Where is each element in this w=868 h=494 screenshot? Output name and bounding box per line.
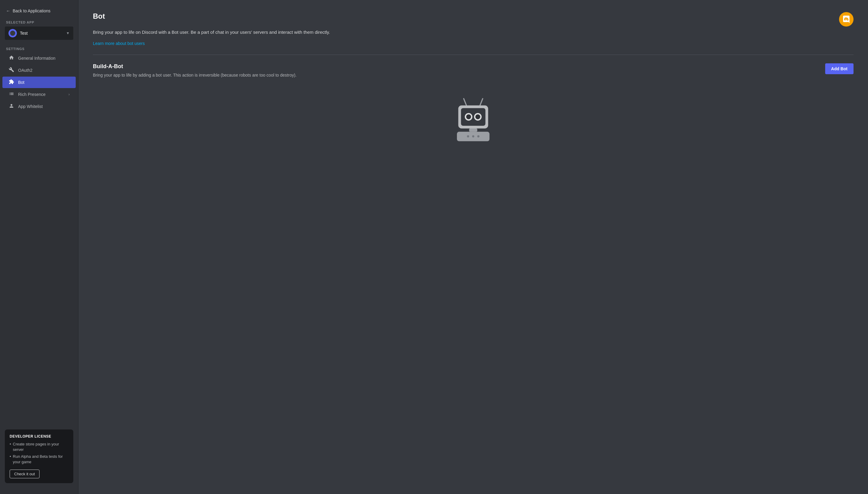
svg-rect-4: [461, 108, 486, 126]
list-icon: [8, 91, 15, 98]
dev-license-item-1: Create store pages in your server: [9, 441, 69, 452]
learn-more-link[interactable]: Learn more about bot users: [93, 41, 145, 46]
app-dropdown-left: Test: [8, 29, 28, 37]
dropdown-arrow-icon: ▼: [66, 31, 70, 35]
add-bot-button[interactable]: Add Bot: [825, 63, 853, 74]
sidebar-item-label-oauth2: OAuth2: [18, 68, 32, 73]
back-to-applications-label: Back to Applications: [13, 8, 50, 13]
discord-logo-icon: [842, 15, 851, 24]
sidebar: ← Back to Applications SELECTED APP Test…: [0, 0, 78, 494]
selected-app-section: SELECTED APP Test ▼: [0, 18, 78, 45]
person-icon: [8, 103, 15, 110]
svg-line-2: [480, 99, 483, 106]
discord-logo-circle: [839, 12, 853, 26]
back-to-applications-link[interactable]: ← Back to Applications: [0, 6, 78, 18]
puzzle-icon: [8, 79, 15, 86]
svg-rect-9: [469, 129, 478, 132]
back-arrow-icon: ←: [6, 8, 10, 13]
sidebar-item-label-app-whitelist: App Whitelist: [18, 104, 43, 109]
wrench-icon: [8, 67, 15, 74]
developer-license-title: DEVELOPER LICENSE: [9, 434, 69, 438]
page-title: Bot: [93, 12, 105, 20]
app-name-label: Test: [20, 31, 28, 36]
developer-license-card: DEVELOPER LICENSE Create store pages in …: [5, 430, 73, 483]
build-a-bot-title: Build-A-Bot: [93, 63, 818, 70]
sidebar-item-label-rich-presence: Rich Presence: [18, 92, 45, 97]
build-a-bot-content: Build-A-Bot Bring your app to life by ad…: [93, 63, 818, 78]
app-avatar: [8, 29, 17, 37]
build-a-bot-description: Bring your app to life by adding a bot u…: [93, 72, 304, 78]
sidebar-item-label-general: General Information: [18, 56, 56, 61]
sidebar-item-label-bot: Bot: [18, 80, 24, 85]
sidebar-item-general-information[interactable]: General Information: [2, 53, 76, 64]
svg-point-8: [475, 114, 480, 119]
main-content: Bot Bring your app to life on Discord wi…: [78, 0, 868, 494]
sidebar-item-oauth2[interactable]: OAuth2: [2, 64, 76, 76]
dev-license-item-2: Run Alpha and Beta tests for your game: [9, 454, 69, 465]
sidebar-item-bot[interactable]: Bot: [2, 77, 76, 88]
divider: [93, 55, 853, 55]
page-header: Bot: [93, 12, 853, 26]
app-dropdown[interactable]: Test ▼: [5, 26, 73, 40]
sidebar-item-rich-presence[interactable]: Rich Presence ›: [2, 89, 76, 100]
build-a-bot-section: Build-A-Bot Bring your app to life by ad…: [93, 63, 853, 78]
check-out-button[interactable]: Check it out: [9, 470, 39, 478]
selected-app-label: SELECTED APP: [5, 20, 73, 26]
nav-section: General Information OAuth2 Bot: [0, 52, 78, 425]
page-subtitle: Bring your app to life on Discord with a…: [93, 29, 364, 36]
svg-point-6: [466, 114, 471, 119]
home-icon: [8, 55, 15, 61]
settings-section-label: SETTINGS: [0, 45, 78, 52]
chevron-right-icon: ›: [69, 92, 70, 96]
robot-svg: [446, 91, 500, 145]
svg-line-1: [464, 99, 467, 106]
svg-point-0: [10, 31, 15, 36]
robot-illustration: [93, 91, 853, 145]
svg-point-12: [472, 135, 474, 137]
app-avatar-icon: [9, 30, 16, 36]
svg-point-13: [478, 135, 480, 137]
svg-point-11: [467, 135, 469, 137]
sidebar-item-app-whitelist[interactable]: App Whitelist: [2, 101, 76, 112]
